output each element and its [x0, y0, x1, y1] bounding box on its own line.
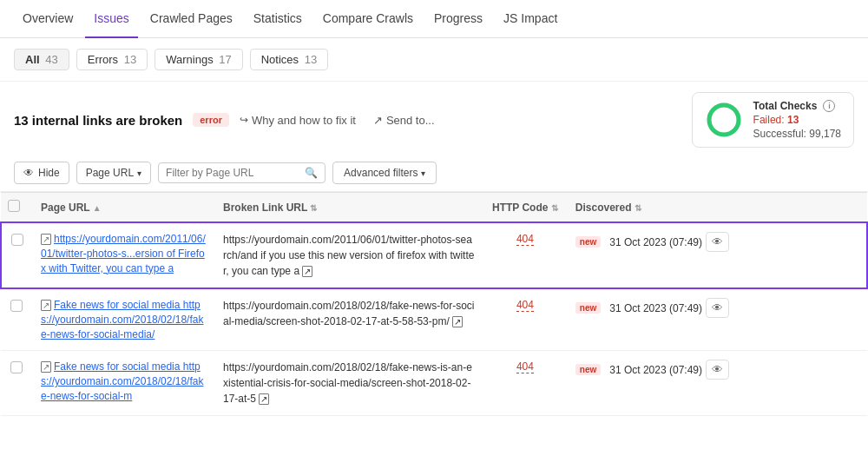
table-row: ↗Fake news for social media https://your… [1, 288, 867, 351]
discovered-header[interactable]: Discovered ⇅ [567, 193, 867, 223]
discovered-date: 31 Oct 2023 (07:49) [609, 302, 702, 314]
discovered-date: 31 Oct 2023 (07:49) [609, 236, 702, 248]
preview-button[interactable]: 👁 [706, 360, 729, 380]
donut-chart [705, 101, 743, 139]
eye-icon: 👁 [23, 167, 34, 179]
hide-button[interactable]: 👁 Hide [14, 162, 69, 184]
checks-failed: Failed: 13 [753, 114, 841, 126]
page-url-header[interactable]: Page URL ▲ [32, 193, 214, 223]
broken-url-cell: https://yourdomain.com/2018/02/18/fake-n… [214, 351, 483, 416]
external-link-icon: ↗ [41, 361, 51, 373]
http-code: 404 [516, 299, 534, 312]
row-checkbox[interactable] [10, 361, 23, 373]
external-link-icon: ↗ [259, 393, 269, 405]
svg-point-1 [709, 105, 739, 135]
issues-table: Page URL ▲ Broken Link URL ⇅ HTTP Code ⇅… [0, 192, 868, 416]
page-url-link[interactable]: Fake news for social media https://yourd… [41, 360, 203, 402]
nav-crawled-pages[interactable]: Crawled Pages [141, 0, 241, 38]
http-code: 404 [516, 233, 534, 246]
external-link-icon: ↗ [302, 266, 312, 277]
select-all-checkbox[interactable] [8, 200, 20, 212]
table-row: ↗Fake news for social media https://your… [1, 351, 867, 416]
advanced-filters-button[interactable]: Advanced filters ▾ [332, 162, 437, 184]
filter-errors[interactable]: Errors 13 [76, 49, 148, 70]
toolbar: 👁 Hide Page URL ▾ 🔍 Advanced filters ▾ [0, 155, 868, 192]
filter-all[interactable]: All 43 [14, 49, 69, 70]
nav-overview[interactable]: Overview [14, 0, 82, 38]
send-link[interactable]: ↗ Send to... [373, 114, 435, 127]
filter-warnings[interactable]: Warnings 17 [155, 49, 243, 70]
broken-url-text: https://yourdomain.com/2018/02/18/fake-n… [223, 300, 474, 327]
search-box: 🔍 [158, 162, 326, 183]
page-url-cell: ↗Fake news for social media https://your… [32, 351, 214, 416]
total-checks-widget: Total Checks i Failed: 13 Successful: 99… [692, 92, 854, 148]
chevron-down-icon: ▾ [421, 169, 425, 178]
discovered-date: 31 Oct 2023 (07:49) [609, 364, 702, 376]
broken-url-cell: https://yourdomain.com/2018/02/18/fake-n… [214, 288, 483, 351]
issue-header: 13 internal links are broken error ↪ Why… [0, 82, 868, 155]
new-badge: new [575, 236, 601, 248]
page-url-cell: ↗Fake news for social media https://your… [32, 288, 214, 351]
new-badge: new [575, 364, 601, 375]
discovered-cell: new 31 Oct 2023 (07:49) 👁 [567, 222, 867, 288]
search-icon: 🔍 [305, 167, 318, 179]
page-url-cell: ↗https://yourdomain.com/2011/06/01/twitt… [32, 222, 214, 288]
sort-icon: ⇅ [551, 203, 558, 213]
nav-compare-crawls[interactable]: Compare Crawls [314, 0, 422, 38]
select-all-col [1, 193, 32, 223]
preview-button[interactable]: 👁 [706, 298, 729, 318]
http-code-cell: 404 [483, 288, 567, 351]
page-url-filter-button[interactable]: Page URL ▾ [76, 162, 151, 184]
preview-button[interactable]: 👁 [706, 232, 729, 252]
issues-table-wrapper: Page URL ▲ Broken Link URL ⇅ HTTP Code ⇅… [0, 192, 868, 455]
page-url-link[interactable]: https://yourdomain.com/2011/06/01/twitte… [41, 233, 206, 274]
error-badge: error [193, 113, 229, 127]
sort-icon: ⇅ [635, 203, 641, 213]
sort-icon: ▲ [93, 203, 102, 213]
table-body: ↗https://yourdomain.com/2011/06/01/twitt… [1, 222, 867, 416]
filter-notices[interactable]: Notices 13 [250, 49, 328, 70]
table-row: ↗https://yourdomain.com/2011/06/01/twitt… [1, 222, 867, 288]
total-checks-title: Total Checks i [753, 100, 841, 112]
http-code-cell: 404 [483, 222, 567, 288]
nav-progress[interactable]: Progress [425, 0, 491, 38]
page-url-link[interactable]: Fake news for social media https://yourd… [41, 299, 203, 340]
external-link-icon: ↗ [41, 234, 51, 245]
nav-js-impact[interactable]: JS Impact [495, 0, 566, 38]
new-badge: new [575, 302, 601, 314]
send-icon: ↗ [373, 114, 383, 127]
chevron-down-icon: ▾ [137, 169, 141, 178]
row-checkbox[interactable] [10, 300, 23, 312]
broken-url-cell: https://yourdomain.com/2011/06/01/twitte… [214, 222, 483, 288]
checks-successful: Successful: 99,178 [753, 128, 841, 140]
table-header-row: Page URL ▲ Broken Link URL ⇅ HTTP Code ⇅… [1, 193, 867, 223]
http-code-header[interactable]: HTTP Code ⇅ [483, 193, 567, 223]
top-navigation: Overview Issues Crawled Pages Statistics… [0, 0, 868, 38]
info-icon[interactable]: i [823, 100, 835, 112]
sort-icon: ⇅ [310, 203, 317, 213]
nav-issues[interactable]: Issues [85, 0, 137, 38]
search-input[interactable] [166, 167, 305, 179]
discovered-cell: new 31 Oct 2023 (07:49) 👁 [567, 351, 867, 416]
broken-url-text: https://yourdomain.com/2018/02/18/fake-n… [223, 361, 472, 405]
broken-link-header[interactable]: Broken Link URL ⇅ [214, 193, 483, 223]
nav-statistics[interactable]: Statistics [245, 0, 311, 38]
fix-icon: ↪ [240, 114, 248, 126]
filter-bar: All 43 Errors 13 Warnings 17 Notices 13 [0, 38, 868, 82]
discovered-cell: new 31 Oct 2023 (07:49) 👁 [567, 288, 867, 351]
http-code-cell: 404 [483, 351, 567, 416]
external-link-icon: ↗ [41, 300, 51, 311]
broken-url-text: https://yourdomain.com/2011/06/01/twitte… [223, 234, 474, 277]
http-code: 404 [516, 360, 534, 373]
external-link-icon: ↗ [452, 316, 463, 327]
row-checkbox[interactable] [11, 234, 23, 246]
issue-title: 13 internal links are broken [14, 113, 182, 128]
fix-link[interactable]: ↪ Why and how to fix it [240, 114, 356, 127]
